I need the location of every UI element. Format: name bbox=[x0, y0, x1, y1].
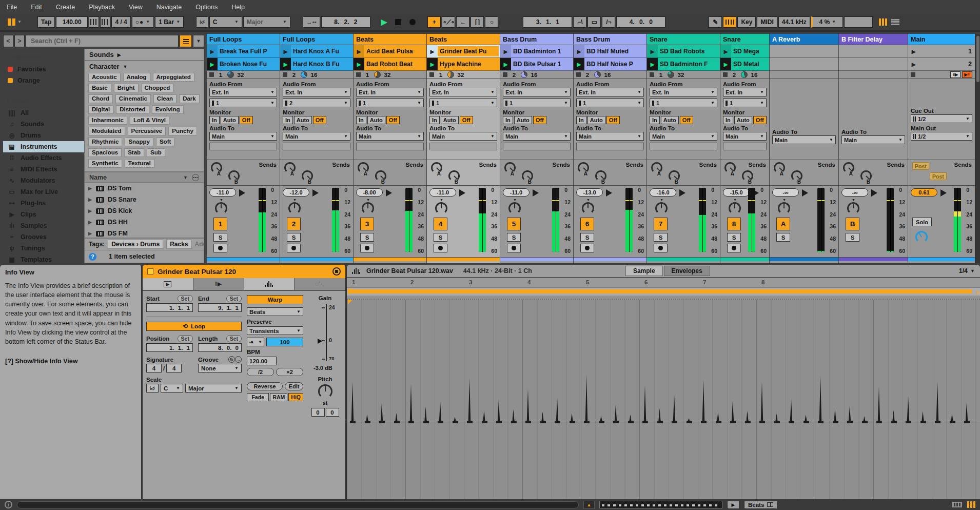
input-type-chooser[interactable]: Ext. In▼ bbox=[429, 88, 497, 96]
track-color-strip[interactable] bbox=[354, 258, 426, 261]
tag-dark[interactable]: Dark bbox=[179, 94, 200, 103]
sidebar-item-instruments[interactable]: ▤ Instruments bbox=[3, 141, 84, 152]
sidebar-item-tunings[interactable]: ψ Tunings bbox=[3, 243, 84, 254]
track-color-strip[interactable] bbox=[770, 258, 838, 261]
track-activator[interactable] bbox=[312, 189, 319, 197]
output-chooser[interactable]: Main▼ bbox=[503, 132, 571, 141]
send-b-knob[interactable]: B bbox=[669, 170, 680, 182]
send-a-knob[interactable]: A bbox=[578, 162, 589, 173]
input-channel-chooser[interactable]: 1▼ bbox=[723, 99, 767, 107]
menu-create[interactable]: Create bbox=[56, 4, 75, 11]
sidebar-item-audio-effects[interactable]: ⁞⁞ Audio Effects bbox=[3, 152, 84, 164]
track-title[interactable]: Full Loops bbox=[280, 34, 353, 45]
arm-button[interactable] bbox=[727, 244, 741, 252]
track-number-button[interactable]: 8 bbox=[727, 218, 741, 230]
arrangement-record-button[interactable] bbox=[406, 16, 419, 28]
clip-play-icon[interactable]: ▶ bbox=[280, 58, 291, 70]
tag-lofi-vinyl[interactable]: Lofi & Vinyl bbox=[130, 116, 169, 125]
clip-play-icon[interactable]: ▶ bbox=[207, 45, 218, 57]
groove-swap-icon[interactable]: ↻ bbox=[228, 356, 235, 363]
scale-name-chooser[interactable]: Major▼ bbox=[185, 384, 242, 393]
browser-forward-button[interactable]: > bbox=[14, 35, 25, 47]
solo-button[interactable]: S bbox=[776, 233, 790, 242]
volume-field[interactable]: -8.00 bbox=[356, 188, 383, 197]
track-title[interactable]: Bass Drum bbox=[500, 34, 573, 45]
clip-slot[interactable]: ▶Bad Robot Beat bbox=[354, 58, 426, 71]
session-record-button[interactable]: ○ bbox=[485, 16, 498, 28]
transient-loop-mode-chooser[interactable]: ⇥▼ bbox=[247, 338, 264, 346]
tag-rhythmic[interactable]: Rhythmic bbox=[88, 138, 122, 146]
clip-panel-collapse-button[interactable] bbox=[332, 267, 341, 276]
track-color-strip[interactable] bbox=[207, 258, 280, 261]
clip-stop-button[interactable] bbox=[576, 72, 581, 77]
tag-textural[interactable]: Textural bbox=[125, 159, 154, 168]
groove-commit-icon[interactable]: → bbox=[235, 356, 242, 363]
re-enable-automation-button[interactable]: ← bbox=[456, 16, 469, 28]
main-out-chooser[interactable]: 1/2▼ bbox=[911, 132, 972, 141]
track-activator[interactable] bbox=[802, 189, 808, 197]
list-item[interactable]: ▶ DS FM bbox=[85, 228, 204, 238]
pan-knob[interactable] bbox=[215, 202, 227, 214]
filter-toggle-button[interactable] bbox=[180, 35, 192, 47]
clip-play-icon[interactable]: ▶ bbox=[354, 58, 364, 70]
track-color-strip[interactable] bbox=[839, 258, 908, 261]
input-type-chooser[interactable]: Ext. In▼ bbox=[503, 88, 571, 96]
track-title[interactable]: B Filter Delay bbox=[839, 34, 908, 45]
tag-punchy[interactable]: Punchy bbox=[168, 127, 197, 135]
track-color-strip[interactable] bbox=[908, 258, 975, 261]
output-chooser[interactable]: Main▼ bbox=[283, 132, 350, 141]
arrangement-state-icon[interactable]: ‖▶ bbox=[950, 71, 961, 78]
monitor-off-button[interactable]: Off bbox=[606, 116, 620, 124]
track-activator[interactable] bbox=[386, 189, 392, 197]
output-chooser[interactable]: Main▼ bbox=[576, 132, 644, 141]
monitor-in-button[interactable]: In bbox=[723, 116, 733, 124]
menu-playback[interactable]: Playback bbox=[89, 4, 115, 11]
clip-play-icon[interactable]: ▶ bbox=[500, 58, 511, 70]
arrangement-overview[interactable] bbox=[599, 501, 722, 509]
key-root-menu[interactable]: C▼ bbox=[209, 16, 242, 28]
tag-distorted[interactable]: Distorted bbox=[116, 105, 149, 114]
scale-accidental-button[interactable]: ♭♯ bbox=[146, 384, 159, 393]
pan-knob[interactable] bbox=[582, 202, 594, 214]
set-position-button[interactable]: Set bbox=[178, 335, 193, 342]
arm-button[interactable] bbox=[507, 244, 521, 252]
clip-slot[interactable]: ▶Acid Beat Pulsa bbox=[354, 45, 426, 58]
loop-start-flag-icon[interactable] bbox=[348, 289, 353, 295]
transient-envelope-field[interactable]: 100 bbox=[266, 338, 303, 346]
track-title[interactable]: Snare bbox=[647, 34, 720, 45]
tag-bright[interactable]: Bright bbox=[114, 84, 139, 92]
solo-button[interactable]: S bbox=[213, 233, 227, 242]
track-color-strip[interactable] bbox=[574, 258, 646, 261]
clip-stop-button[interactable] bbox=[429, 72, 434, 77]
track-color-strip[interactable] bbox=[427, 258, 500, 261]
monitor-off-button[interactable]: Off bbox=[240, 116, 253, 124]
track-title[interactable]: Bass Drum bbox=[574, 34, 646, 45]
name-column-header[interactable]: Name bbox=[89, 174, 107, 181]
volume-field[interactable]: -∞ bbox=[772, 188, 799, 197]
midi-map-button[interactable]: MIDI bbox=[757, 16, 777, 28]
tag-basic[interactable]: Basic bbox=[88, 84, 111, 92]
monitor-in-button[interactable]: In bbox=[503, 116, 513, 124]
time-signature-field[interactable]: 4 / 4 bbox=[111, 16, 130, 28]
menu-edit[interactable]: Edit bbox=[31, 4, 42, 11]
volume-field[interactable]: -13.0 bbox=[576, 188, 603, 197]
nudge-down-button[interactable] bbox=[89, 16, 99, 28]
track-number-button[interactable]: 5 bbox=[507, 218, 521, 230]
quantize-menu[interactable]: Beats bbox=[744, 501, 777, 509]
input-channel-chooser[interactable]: 1▼ bbox=[356, 99, 424, 107]
empty-slot[interactable] bbox=[839, 45, 908, 58]
filter-menu-button[interactable]: ▼ bbox=[193, 35, 204, 47]
input-channel-chooser[interactable]: 2▼ bbox=[283, 99, 350, 107]
sidebar-item-grooves[interactable]: ≈ Grooves bbox=[3, 231, 84, 243]
start-marker-icon[interactable] bbox=[348, 300, 352, 304]
pitch-coarse-field[interactable]: 0 bbox=[311, 408, 325, 417]
menu-toggle-icon[interactable] bbox=[891, 19, 899, 25]
sidebar-item-midi-effects[interactable]: ≡ MIDI Effects bbox=[3, 164, 84, 175]
clip-slot[interactable]: ▶Hype Machine bbox=[427, 58, 500, 71]
menu-view[interactable]: View bbox=[129, 4, 143, 11]
loop-start-field[interactable]: 3. 1. 1 bbox=[523, 16, 572, 28]
tab-envelopes[interactable]: ◌⋱ bbox=[295, 278, 345, 290]
arm-button[interactable] bbox=[287, 244, 301, 252]
volume-field[interactable]: -12.0 bbox=[283, 188, 309, 197]
pan-knob[interactable] bbox=[362, 202, 374, 214]
